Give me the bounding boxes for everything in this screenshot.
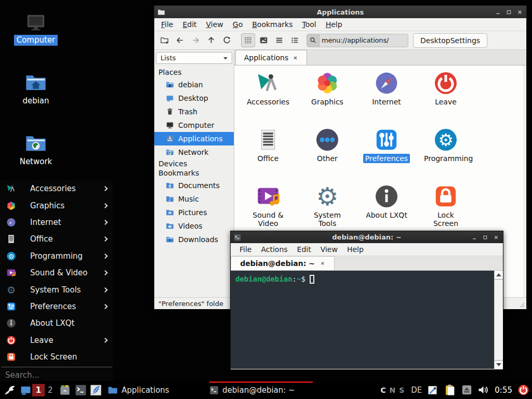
menu-help[interactable]: Help [342, 244, 368, 255]
app-item-accessories[interactable]: Accessories [238, 71, 298, 127]
clipboard-tray-button[interactable] [444, 384, 456, 396]
desktop-icon-network[interactable]: Network [11, 132, 61, 167]
desktop-icon-computer[interactable]: Computer [11, 11, 61, 46]
clock[interactable]: 0:55 [495, 385, 512, 395]
menu-bookmarks[interactable]: Bookmarks [247, 19, 297, 30]
menu-item-leave[interactable]: Leave [0, 332, 113, 349]
maximize-button[interactable] [482, 234, 489, 241]
menu-file[interactable]: File [156, 19, 178, 30]
scrollbar-thumb[interactable] [495, 279, 503, 361]
task-button-applications[interactable]: Applications [108, 381, 206, 399]
sidebar-item-computer[interactable]: Computer [154, 118, 234, 132]
minimize-button[interactable] [471, 234, 478, 241]
scroll-up-icon[interactable] [495, 271, 503, 279]
forward-button[interactable] [189, 33, 203, 47]
menu-item-about-lxqt[interactable]: About LXQt [0, 315, 113, 331]
new-tab-button[interactable] [157, 33, 171, 47]
menu-item-sound-video[interactable]: Sound & Video [0, 264, 113, 281]
menu-go[interactable]: Go [228, 19, 247, 30]
address-bar[interactable] [307, 34, 408, 47]
detailed-view-button[interactable] [288, 33, 302, 47]
app-item-leave[interactable]: Leave [416, 71, 475, 127]
menu-item-lock-screen[interactable]: Lock Screen [0, 349, 113, 365]
address-input[interactable] [320, 36, 406, 44]
terminal-screen[interactable]: debian@debian:~$ [231, 271, 503, 369]
menu-actions[interactable]: Actions [256, 244, 292, 255]
power-icon [517, 384, 529, 396]
menu-item-graphics[interactable]: Graphics [0, 197, 113, 214]
quicklaunch-terminal[interactable] [75, 384, 87, 396]
compact-view-button[interactable] [272, 33, 286, 47]
menu-item-preferences[interactable]: Preferences [0, 298, 113, 315]
app-item-office[interactable]: Office [238, 127, 298, 184]
keyboard-indicator[interactable]: C N S [380, 386, 405, 394]
workspace-2-button[interactable]: 2 [48, 385, 53, 395]
terminal-titlebar[interactable]: debian@debian: ~ [231, 231, 503, 243]
sidebar-item-desktop[interactable]: Desktop [154, 91, 234, 105]
menu-item-internet[interactable]: Internet [0, 214, 113, 231]
back-button[interactable] [173, 33, 187, 47]
sidebar-item-network[interactable]: Network [154, 145, 234, 159]
leave-button[interactable] [517, 384, 529, 396]
maximize-button[interactable] [505, 8, 512, 16]
desktop-icon-debian[interactable]: debian [11, 71, 61, 107]
reload-button[interactable] [220, 33, 234, 47]
volume-button[interactable] [477, 384, 489, 396]
menu-item-programming[interactable]: Programming [0, 248, 113, 264]
app-item-internet[interactable]: Internet [357, 71, 416, 127]
menu-file[interactable]: File [235, 244, 256, 255]
resize-grip[interactable] [520, 302, 525, 308]
terminal-tab[interactable]: debian@debian: ~ [231, 256, 335, 270]
search-input[interactable] [4, 370, 109, 380]
menu-item-office[interactable]: Office [0, 231, 113, 247]
screenshot-tray-button[interactable] [427, 384, 438, 396]
thumbnail-view-button[interactable] [257, 33, 271, 47]
menu-tool[interactable]: Tool [297, 19, 321, 30]
preferences-icon [374, 127, 399, 152]
tab-close-icon[interactable] [292, 55, 298, 61]
accessories-icon [256, 71, 281, 96]
minimize-button[interactable] [494, 8, 501, 16]
close-button[interactable] [516, 8, 523, 16]
sidebar-item-pictures[interactable]: Pictures [154, 206, 234, 219]
removable-media-button[interactable] [461, 384, 472, 395]
show-desktop-button[interactable] [20, 384, 32, 396]
fm-toolbar: DesktopSettings [154, 31, 526, 50]
menu-edit[interactable]: Edit [292, 244, 316, 255]
sidebar-item-music[interactable]: Music [154, 192, 234, 206]
quicklaunch-featherpad[interactable] [90, 384, 102, 396]
sidebar-item-downloads[interactable]: Downloads [154, 233, 234, 246]
sidebar-item-trash[interactable]: Trash [154, 105, 234, 118]
scroll-down-icon[interactable] [495, 361, 503, 369]
sidebar-mode-combo[interactable]: Lists [156, 52, 232, 64]
menu-item-accessories[interactable]: Accessories [0, 180, 113, 197]
menu-help[interactable]: Help [321, 19, 347, 30]
menu-view[interactable]: View [202, 19, 228, 30]
quicklaunch-file-manager[interactable] [59, 384, 71, 396]
app-item-other[interactable]: Other [298, 127, 357, 184]
up-button[interactable] [204, 33, 218, 47]
desktop-settings-button[interactable]: DesktopSettings [413, 33, 487, 48]
sidebar-item-applications[interactable]: Applications [154, 132, 234, 145]
fm-titlebar[interactable]: Applications [154, 6, 526, 18]
workspace-1-button[interactable]: 1 [32, 384, 45, 396]
forward-icon [191, 36, 200, 45]
menu-view[interactable]: View [316, 244, 342, 255]
close-button[interactable] [493, 234, 500, 241]
start-menu-button[interactable] [3, 383, 17, 397]
app-item-preferences[interactable]: Preferences [357, 127, 416, 184]
terminal-scrollbar[interactable] [494, 271, 503, 369]
menu-search[interactable] [0, 367, 113, 380]
app-item-programming[interactable]: Programming [416, 127, 475, 184]
keyboard-layout-indicator[interactable]: DE [411, 385, 422, 395]
sidebar-item-videos[interactable]: Videos [154, 219, 234, 233]
tab-applications[interactable]: Applications [235, 50, 307, 65]
menu-item-system-tools[interactable]: System Tools [0, 281, 113, 298]
task-button-terminal[interactable]: debian@debian: ~ [209, 381, 313, 399]
sidebar-item-debian[interactable]: debian [154, 78, 234, 91]
app-item-graphics[interactable]: Graphics [298, 71, 357, 127]
menu-edit[interactable]: Edit [178, 19, 201, 30]
sidebar-item-documents[interactable]: Documents [154, 179, 234, 192]
tab-close-icon[interactable] [320, 261, 325, 266]
icon-view-button[interactable] [241, 33, 255, 47]
